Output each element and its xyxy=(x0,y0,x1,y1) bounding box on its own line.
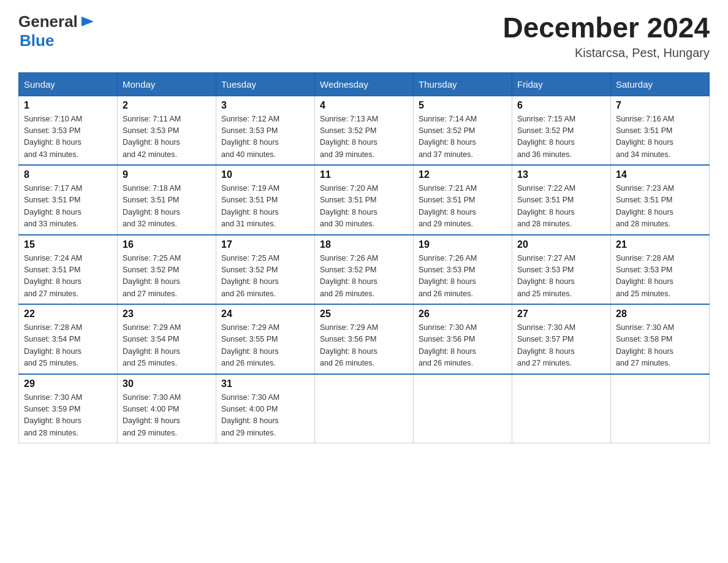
day-number: 12 xyxy=(419,169,507,180)
weekday-header-row: SundayMondayTuesdayWednesdayThursdayFrid… xyxy=(19,72,710,96)
weekday-header-saturday: Saturday xyxy=(611,72,710,96)
calendar-day-cell: 18Sunrise: 7:26 AMSunset: 3:52 PMDayligh… xyxy=(315,235,414,305)
weekday-header-sunday: Sunday xyxy=(19,72,118,96)
day-number: 18 xyxy=(320,239,408,250)
calendar-day-cell xyxy=(315,374,414,443)
day-info: Sunrise: 7:21 AMSunset: 3:51 PMDaylight:… xyxy=(419,183,507,231)
day-info: Sunrise: 7:22 AMSunset: 3:51 PMDaylight:… xyxy=(517,183,605,231)
day-info: Sunrise: 7:26 AMSunset: 3:53 PMDaylight:… xyxy=(419,253,507,301)
calendar-week-row: 8Sunrise: 7:17 AMSunset: 3:51 PMDaylight… xyxy=(19,165,710,235)
day-info: Sunrise: 7:28 AMSunset: 3:53 PMDaylight:… xyxy=(616,253,704,301)
calendar-week-row: 1Sunrise: 7:10 AMSunset: 3:53 PMDaylight… xyxy=(19,96,710,165)
day-info: Sunrise: 7:11 AMSunset: 3:53 PMDaylight:… xyxy=(123,113,211,161)
day-number: 14 xyxy=(616,169,704,180)
calendar-week-row: 29Sunrise: 7:30 AMSunset: 3:59 PMDayligh… xyxy=(19,374,710,443)
day-info: Sunrise: 7:30 AMSunset: 3:56 PMDaylight:… xyxy=(419,322,507,370)
day-info: Sunrise: 7:29 AMSunset: 3:54 PMDaylight:… xyxy=(123,322,211,370)
calendar-day-cell xyxy=(414,374,512,443)
calendar-day-cell: 17Sunrise: 7:25 AMSunset: 3:52 PMDayligh… xyxy=(216,235,315,305)
day-number: 25 xyxy=(320,308,408,320)
calendar-day-cell: 4Sunrise: 7:13 AMSunset: 3:52 PMDaylight… xyxy=(315,96,414,165)
day-number: 11 xyxy=(320,169,408,180)
day-number: 20 xyxy=(517,239,605,250)
day-number: 1 xyxy=(24,100,112,111)
day-info: Sunrise: 7:27 AMSunset: 3:53 PMDaylight:… xyxy=(517,253,605,301)
calendar-table: SundayMondayTuesdayWednesdayThursdayFrid… xyxy=(18,72,710,444)
calendar-day-cell: 1Sunrise: 7:10 AMSunset: 3:53 PMDaylight… xyxy=(19,96,118,165)
day-number: 22 xyxy=(24,308,112,320)
day-number: 16 xyxy=(123,239,211,250)
day-info: Sunrise: 7:15 AMSunset: 3:52 PMDaylight:… xyxy=(517,113,605,161)
calendar-day-cell: 15Sunrise: 7:24 AMSunset: 3:51 PMDayligh… xyxy=(19,235,118,305)
month-title: December 2024 xyxy=(502,12,710,44)
calendar-day-cell: 8Sunrise: 7:17 AMSunset: 3:51 PMDaylight… xyxy=(19,165,118,235)
day-number: 28 xyxy=(616,308,704,320)
day-info: Sunrise: 7:14 AMSunset: 3:52 PMDaylight:… xyxy=(419,113,507,161)
logo-general-text: General xyxy=(18,12,78,31)
calendar-week-row: 15Sunrise: 7:24 AMSunset: 3:51 PMDayligh… xyxy=(19,235,710,305)
calendar-day-cell: 14Sunrise: 7:23 AMSunset: 3:51 PMDayligh… xyxy=(611,165,710,235)
calendar-day-cell: 31Sunrise: 7:30 AMSunset: 4:00 PMDayligh… xyxy=(216,374,315,443)
day-number: 23 xyxy=(123,308,211,320)
day-info: Sunrise: 7:24 AMSunset: 3:51 PMDaylight:… xyxy=(24,253,112,301)
day-info: Sunrise: 7:17 AMSunset: 3:51 PMDaylight:… xyxy=(24,183,112,231)
calendar-day-cell: 24Sunrise: 7:29 AMSunset: 3:55 PMDayligh… xyxy=(216,304,315,374)
day-number: 10 xyxy=(221,169,309,180)
day-info: Sunrise: 7:18 AMSunset: 3:51 PMDaylight:… xyxy=(123,183,211,231)
day-info: Sunrise: 7:13 AMSunset: 3:52 PMDaylight:… xyxy=(320,113,408,161)
day-info: Sunrise: 7:16 AMSunset: 3:51 PMDaylight:… xyxy=(616,113,704,161)
day-info: Sunrise: 7:25 AMSunset: 3:52 PMDaylight:… xyxy=(221,253,309,301)
calendar-day-cell: 28Sunrise: 7:30 AMSunset: 3:58 PMDayligh… xyxy=(611,304,710,374)
logo-arrow-icon xyxy=(79,13,96,30)
calendar-day-cell: 29Sunrise: 7:30 AMSunset: 3:59 PMDayligh… xyxy=(19,374,118,443)
calendar-day-cell: 7Sunrise: 7:16 AMSunset: 3:51 PMDaylight… xyxy=(611,96,710,165)
svg-marker-0 xyxy=(82,17,94,26)
day-number: 15 xyxy=(24,239,112,250)
location-subtitle: Kistarcsa, Pest, Hungary xyxy=(502,46,710,60)
day-number: 13 xyxy=(517,169,605,180)
day-info: Sunrise: 7:30 AMSunset: 4:00 PMDaylight:… xyxy=(221,392,309,440)
day-number: 30 xyxy=(123,378,211,389)
weekday-header-wednesday: Wednesday xyxy=(315,72,414,96)
logo: General Blue xyxy=(18,12,96,50)
calendar-day-cell: 26Sunrise: 7:30 AMSunset: 3:56 PMDayligh… xyxy=(414,304,512,374)
day-number: 5 xyxy=(419,100,507,111)
calendar-day-cell: 9Sunrise: 7:18 AMSunset: 3:51 PMDaylight… xyxy=(118,165,216,235)
day-number: 21 xyxy=(616,239,704,250)
calendar-day-cell: 21Sunrise: 7:28 AMSunset: 3:53 PMDayligh… xyxy=(611,235,710,305)
calendar-day-cell: 16Sunrise: 7:25 AMSunset: 3:52 PMDayligh… xyxy=(118,235,216,305)
calendar-day-cell: 11Sunrise: 7:20 AMSunset: 3:51 PMDayligh… xyxy=(315,165,414,235)
day-info: Sunrise: 7:12 AMSunset: 3:53 PMDaylight:… xyxy=(221,113,309,161)
calendar-day-cell xyxy=(611,374,710,443)
day-number: 24 xyxy=(221,308,309,320)
day-number: 4 xyxy=(320,100,408,111)
calendar-day-cell: 3Sunrise: 7:12 AMSunset: 3:53 PMDaylight… xyxy=(216,96,315,165)
day-number: 31 xyxy=(221,378,309,389)
calendar-day-cell: 25Sunrise: 7:29 AMSunset: 3:56 PMDayligh… xyxy=(315,304,414,374)
calendar-day-cell: 23Sunrise: 7:29 AMSunset: 3:54 PMDayligh… xyxy=(118,304,216,374)
day-info: Sunrise: 7:29 AMSunset: 3:56 PMDaylight:… xyxy=(320,322,408,370)
weekday-header-tuesday: Tuesday xyxy=(216,72,315,96)
calendar-day-cell: 30Sunrise: 7:30 AMSunset: 4:00 PMDayligh… xyxy=(118,374,216,443)
day-number: 27 xyxy=(517,308,605,320)
day-number: 7 xyxy=(616,100,704,111)
calendar-day-cell: 5Sunrise: 7:14 AMSunset: 3:52 PMDaylight… xyxy=(414,96,512,165)
calendar-day-cell xyxy=(512,374,611,443)
day-number: 3 xyxy=(221,100,309,111)
weekday-header-friday: Friday xyxy=(512,72,611,96)
page-header: General Blue December 2024 Kistarcsa, Pe… xyxy=(18,12,710,60)
day-number: 2 xyxy=(123,100,211,111)
weekday-header-monday: Monday xyxy=(118,72,216,96)
day-number: 17 xyxy=(221,239,309,250)
day-number: 19 xyxy=(419,239,507,250)
calendar-day-cell: 22Sunrise: 7:28 AMSunset: 3:54 PMDayligh… xyxy=(19,304,118,374)
day-number: 8 xyxy=(24,169,112,180)
calendar-day-cell: 12Sunrise: 7:21 AMSunset: 3:51 PMDayligh… xyxy=(414,165,512,235)
calendar-day-cell: 27Sunrise: 7:30 AMSunset: 3:57 PMDayligh… xyxy=(512,304,611,374)
title-area: December 2024 Kistarcsa, Pest, Hungary xyxy=(502,12,710,60)
day-info: Sunrise: 7:30 AMSunset: 4:00 PMDaylight:… xyxy=(123,392,211,440)
day-info: Sunrise: 7:29 AMSunset: 3:55 PMDaylight:… xyxy=(221,322,309,370)
calendar-day-cell: 19Sunrise: 7:26 AMSunset: 3:53 PMDayligh… xyxy=(414,235,512,305)
day-info: Sunrise: 7:19 AMSunset: 3:51 PMDaylight:… xyxy=(221,183,309,231)
day-number: 29 xyxy=(24,378,112,389)
